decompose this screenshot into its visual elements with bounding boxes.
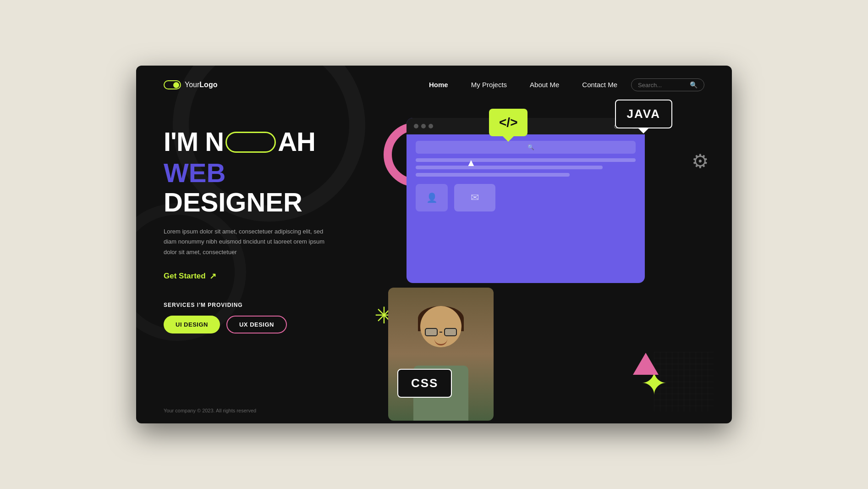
nav-links: Home My Projects About Me Contact Me xyxy=(429,81,617,89)
hero-title: WEB DESIGNER xyxy=(164,158,356,217)
get-started-button[interactable]: Get Started ↗ xyxy=(164,271,356,281)
browser-icon-person-box: 👤 xyxy=(416,184,448,211)
search-input[interactable] xyxy=(638,82,686,89)
browser-search-icon: 🔍 xyxy=(527,144,630,150)
services-heading: SERVICES I'M PROVIDING xyxy=(164,302,356,308)
person-head xyxy=(420,306,461,347)
gray-gear-icon: ⚙ xyxy=(692,150,709,172)
content-lines xyxy=(416,158,636,177)
main-frame: YourLogo Home My Projects About Me Conta… xyxy=(136,66,732,423)
hero-description: Lorem ipsum dolor sit amet, consectetuer… xyxy=(164,227,329,257)
title-web: WEB xyxy=(164,158,225,188)
person-icon: 👤 xyxy=(426,192,438,203)
navbar: YourLogo Home My Projects About Me Conta… xyxy=(136,66,732,104)
nav-link-about[interactable]: About Me xyxy=(530,81,559,89)
person-glasses xyxy=(425,328,457,336)
content-line-1 xyxy=(416,158,636,162)
arrow-icon: ↗ xyxy=(209,271,216,281)
hero-right: ▲ </> JAVA ⊙ + ⊞ xyxy=(370,113,704,421)
browser-search-row: 🔍 xyxy=(416,141,636,154)
nav-item-contact[interactable]: Contact Me xyxy=(582,81,617,89)
hero-left: I'M NAH WEB DESIGNER Lorem ipsum dolor s… xyxy=(164,113,356,421)
ux-design-button[interactable]: UX DESIGN xyxy=(226,316,287,333)
glass-frame-left xyxy=(425,328,438,336)
person-figure xyxy=(404,301,478,421)
logo-text: YourLogo xyxy=(185,81,217,89)
nav-item-about[interactable]: About Me xyxy=(530,81,559,89)
java-badge-label: JAVA xyxy=(615,100,673,128)
cursor-icon: ▲ xyxy=(466,157,476,169)
logo[interactable]: YourLogo xyxy=(164,80,217,89)
browser-dot-2 xyxy=(421,124,426,128)
person-photo-inner xyxy=(388,288,494,421)
hero-section: I'M NAH WEB DESIGNER Lorem ipsum dolor s… xyxy=(136,104,732,421)
nav-item-projects[interactable]: My Projects xyxy=(471,81,507,89)
glass-frame-right xyxy=(444,328,457,336)
css-badge: CSS xyxy=(397,369,452,398)
code-tag-label: </> xyxy=(489,109,527,136)
nav-link-home[interactable]: Home xyxy=(429,81,448,89)
browser-icon-envelope-box: ✉ xyxy=(454,184,495,211)
browser-dot-1 xyxy=(414,124,418,128)
content-line-3 xyxy=(416,173,570,177)
logo-toggle-dot xyxy=(173,82,179,88)
nav-link-projects[interactable]: My Projects xyxy=(471,81,507,89)
search-icon: 🔍 xyxy=(690,81,698,89)
search-bar[interactable]: 🔍 xyxy=(631,78,704,91)
nav-link-contact[interactable]: Contact Me xyxy=(582,81,617,89)
title-designer: DESIGNER xyxy=(164,187,302,217)
ui-design-button[interactable]: UI DESIGN xyxy=(164,316,220,333)
browser-mockup: ⊙ + ⊞ 🔍 xyxy=(407,118,645,283)
name-pill xyxy=(225,132,276,153)
pink-triangle xyxy=(633,353,659,375)
browser-content: 🔍 👤 ✉ xyxy=(407,134,645,218)
hero-greeting: I'M NAH xyxy=(164,127,356,156)
browser-icons-row: 👤 ✉ xyxy=(416,184,636,211)
envelope-icon: ✉ xyxy=(471,192,479,204)
person-photo xyxy=(388,288,494,421)
person-smile xyxy=(434,339,447,345)
nav-item-home[interactable]: Home xyxy=(429,81,448,89)
logo-toggle-icon xyxy=(164,80,181,89)
content-line-2 xyxy=(416,166,603,169)
services-buttons: UI DESIGN UX DESIGN xyxy=(164,316,356,333)
browser-dot-3 xyxy=(429,124,433,128)
glass-bridge xyxy=(439,332,442,333)
